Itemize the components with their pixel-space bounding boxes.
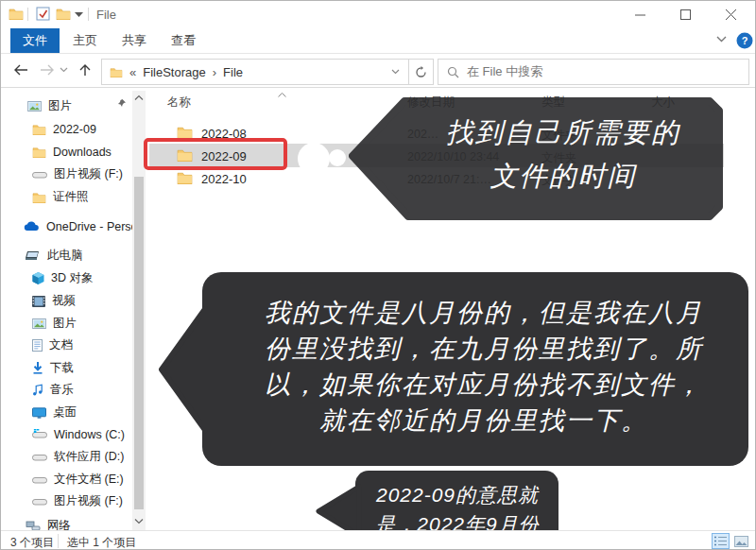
music-icon bbox=[32, 384, 43, 396]
drive-icon bbox=[32, 170, 47, 180]
sidebar-item-downloads[interactable]: 下载 bbox=[32, 357, 74, 379]
scroll-up-icon[interactable] bbox=[134, 95, 144, 101]
sidebar-item-2022-09[interactable]: 2022-09 bbox=[32, 118, 96, 140]
pictures-icon bbox=[27, 101, 42, 112]
svg-text:?: ? bbox=[742, 35, 748, 46]
status-bar: 3 个项目 选中 1 个项目 bbox=[1, 530, 756, 550]
chevron-down-icon[interactable] bbox=[716, 36, 727, 43]
windows-drive-icon bbox=[32, 429, 47, 439]
scroll-down-icon[interactable] bbox=[134, 518, 144, 524]
sidebar-item-desktop[interactable]: 桌面 bbox=[32, 402, 77, 423]
breadcrumb-file[interactable]: File bbox=[223, 65, 243, 79]
folder-icon bbox=[32, 192, 46, 203]
column-header-size[interactable]: 大小 bbox=[651, 95, 675, 111]
sidebar-item-music[interactable]: 音乐 bbox=[32, 379, 74, 401]
navigation-toolbar: « FileStorage › File 在 File 中搜索 bbox=[1, 54, 756, 88]
pictures-icon bbox=[32, 318, 46, 329]
sidebar-item-this-pc[interactable]: 此电脑 bbox=[26, 245, 83, 266]
sidebar-item-pictures[interactable]: 图片 bbox=[32, 313, 77, 335]
sidebar-item-downloads-folder[interactable]: Downloads bbox=[32, 141, 112, 163]
drive-icon bbox=[32, 475, 47, 485]
sidebar-item-documents[interactable]: 文档 bbox=[32, 335, 73, 356]
minimize-icon[interactable] bbox=[621, 1, 659, 27]
tab-file[interactable]: 文件 bbox=[10, 28, 60, 53]
properties-checkbox-icon[interactable] bbox=[36, 7, 50, 21]
this-pc-icon bbox=[26, 250, 41, 262]
folder-icon bbox=[32, 146, 46, 158]
refresh-icon[interactable] bbox=[408, 59, 434, 85]
ribbon-tab-bar: 文件 主页 共享 查看 ? bbox=[1, 27, 756, 54]
sidebar-item-3d-objects[interactable]: 3D 对象 bbox=[32, 267, 93, 289]
sidebar-item-onedrive[interactable]: OneDrive - Perso bbox=[24, 215, 138, 237]
sidebar-item-drive-f2[interactable]: 图片视频 (F:) bbox=[32, 490, 123, 512]
scrollbar-thumb[interactable] bbox=[134, 177, 144, 509]
search-placeholder: 在 File 中搜索 bbox=[467, 63, 542, 80]
qat-dropdown-icon[interactable] bbox=[75, 12, 83, 18]
close-icon[interactable] bbox=[712, 1, 749, 27]
maximize-icon[interactable] bbox=[666, 1, 704, 27]
explorer-window: File 文件 主页 共享 查看 ? bbox=[0, 0, 756, 550]
drive-icon bbox=[32, 453, 47, 462]
folder-icon bbox=[32, 124, 46, 135]
callout-top-text: 找到自己所需要的 文件的时间 bbox=[405, 111, 721, 198]
callout-trail-circle bbox=[298, 143, 330, 175]
pin-icon bbox=[117, 98, 127, 108]
column-header-type[interactable]: 类型 bbox=[541, 95, 565, 111]
search-input[interactable]: 在 File 中搜索 bbox=[438, 59, 749, 85]
downloads-icon bbox=[32, 362, 43, 374]
onedrive-cloud-icon bbox=[24, 221, 40, 232]
address-bar[interactable]: « FileStorage › File bbox=[101, 59, 409, 85]
selected-count: 选中 1 个项目 bbox=[67, 535, 136, 550]
column-header-date[interactable]: 修改日期 bbox=[407, 95, 455, 111]
drive-icon bbox=[32, 497, 47, 507]
up-icon[interactable] bbox=[73, 58, 97, 82]
breadcrumb-prefix[interactable]: « bbox=[129, 65, 136, 79]
videos-icon bbox=[32, 296, 45, 307]
folder-icon bbox=[177, 126, 193, 139]
back-icon[interactable] bbox=[9, 58, 33, 82]
tab-view[interactable]: 查看 bbox=[162, 28, 205, 53]
tab-home[interactable]: 主页 bbox=[63, 28, 107, 53]
sidebar-item-drive-c[interactable]: Windows (C:) bbox=[32, 423, 125, 445]
folder-icon bbox=[9, 8, 24, 20]
folder-icon bbox=[177, 171, 193, 184]
3d-objects-icon bbox=[32, 272, 44, 284]
column-header-name[interactable]: 名称 bbox=[167, 95, 191, 111]
breadcrumb-separator: › bbox=[213, 65, 216, 79]
folder-icon bbox=[110, 67, 123, 77]
breadcrumb-filestorage[interactable]: FileStorage bbox=[143, 65, 205, 79]
window-title: File bbox=[96, 8, 116, 22]
address-dropdown-icon[interactable] bbox=[391, 69, 400, 75]
new-folder-icon[interactable] bbox=[56, 8, 71, 20]
sidebar-item-zhengjianzhao[interactable]: 证件照 bbox=[32, 186, 89, 208]
sidebar-item-drive-f[interactable]: 图片视频 (F:) bbox=[32, 163, 123, 185]
callout-trail-circle bbox=[329, 149, 346, 166]
details-view-icon[interactable] bbox=[712, 533, 730, 549]
thumbnail-view-icon[interactable] bbox=[732, 533, 750, 549]
sort-ascending-icon bbox=[278, 93, 286, 97]
sidebar-item-drive-d[interactable]: 软件应用 (D:) bbox=[32, 446, 124, 468]
help-icon[interactable]: ? bbox=[736, 32, 753, 49]
search-icon bbox=[447, 66, 459, 78]
title-bar: File bbox=[1, 1, 756, 27]
tab-share[interactable]: 共享 bbox=[112, 28, 156, 53]
recent-locations-chevron-icon[interactable] bbox=[56, 58, 71, 82]
red-highlight-box bbox=[144, 138, 287, 170]
desktop-icon bbox=[32, 407, 46, 419]
item-count: 3 个项目 bbox=[10, 535, 54, 550]
documents-icon bbox=[32, 339, 43, 352]
sidebar-item-videos[interactable]: 视频 bbox=[32, 290, 76, 312]
sidebar-item-pictures-pinned[interactable]: 图片 bbox=[27, 95, 72, 117]
sidebar-item-drive-e[interactable]: 文件文档 (E:) bbox=[32, 469, 124, 490]
callout-mid-text: 我的文件是八月份的，但是我在八月 份里没找到，在九月份里找到了。所 以，如果你在… bbox=[221, 295, 747, 438]
file-row-2022-10[interactable]: 2022-10 bbox=[201, 172, 247, 186]
